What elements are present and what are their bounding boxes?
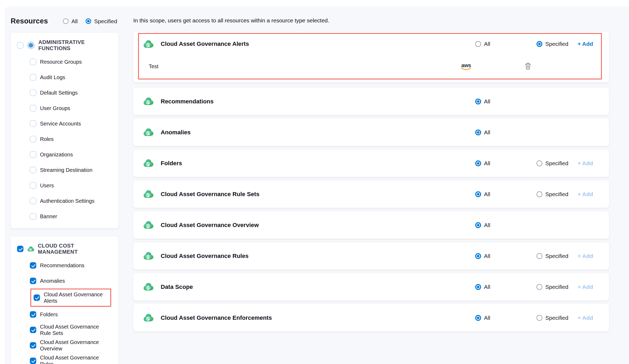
sidebar-item-recommendations[interactable]: Recommendations [30, 258, 112, 273]
sidebar-item-cloud-asset-governance-rule-sets[interactable]: Cloud Asset Governance Rule Sets [30, 322, 112, 338]
radio-specified[interactable]: Specified [537, 160, 578, 167]
item-checkbox[interactable] [30, 182, 36, 189]
item-checkbox[interactable] [30, 151, 36, 158]
resources-scope-panel: Resources All Specified [5, 6, 629, 364]
cloud-dollar-icon: $ [143, 97, 154, 106]
sidebar-item-service-accounts[interactable]: Service Accounts [30, 116, 112, 131]
item-checkbox[interactable] [30, 262, 36, 269]
radio-all[interactable]: All [475, 191, 537, 197]
resource-card-folders: $ Folders All Specified + Add [133, 149, 609, 177]
item-checkbox[interactable] [30, 278, 36, 284]
item-checkbox[interactable] [30, 59, 36, 65]
add-button[interactable]: + Add [578, 315, 597, 321]
sidebar-item-folders[interactable]: Folders [30, 307, 112, 322]
add-button[interactable]: + Add [578, 284, 597, 290]
radio-all[interactable]: All [475, 253, 537, 259]
gear-icon [27, 41, 35, 49]
page-title: Resources [11, 17, 48, 25]
sidebar-item-cloud-asset-governance-rules[interactable]: Cloud Asset Governance Rules [30, 353, 112, 364]
radio-all[interactable]: All [475, 222, 537, 228]
item-checkbox[interactable] [30, 311, 36, 318]
sidebar-item-streaming-destination[interactable]: Streaming Destination [30, 162, 112, 178]
radio-icon [475, 191, 481, 197]
radio-specified[interactable]: Specified [537, 41, 578, 47]
group-card-administrative-functions: ADMINISTRATIVE FUNCTIONS Resource Groups… [11, 33, 119, 228]
radio-icon [475, 315, 481, 321]
resource-card-anomalies: $ Anomalies All [133, 119, 609, 146]
cloud-dollar-icon: $ [143, 189, 154, 199]
resource-card-data-scope: $ Data Scope All Specified + Add [133, 273, 609, 301]
radio-icon [475, 284, 481, 290]
item-checkbox[interactable] [30, 198, 36, 204]
svg-text:$: $ [147, 193, 150, 197]
item-checkbox[interactable] [30, 167, 36, 173]
sidebar-item-audit-logs[interactable]: Audit Logs [30, 70, 112, 85]
svg-text:$: $ [147, 317, 150, 321]
add-button[interactable]: + Add [578, 41, 597, 47]
sidebar-item-default-settings[interactable]: Default Settings [30, 85, 112, 100]
resource-title: Anomalies [161, 129, 191, 136]
resource-title: Cloud Asset Governance Overview [161, 222, 259, 229]
radio-all[interactable]: All [475, 160, 537, 167]
item-checkbox[interactable] [30, 105, 36, 111]
radio-specified[interactable]: Specified [537, 284, 578, 290]
resource-name: Test [143, 63, 475, 70]
item-checkbox[interactable] [30, 90, 36, 96]
sidebar-item-anomalies[interactable]: Anomalies [30, 273, 112, 289]
sidebar-item-banner[interactable]: Banner [30, 209, 112, 224]
resource-title: Cloud Asset Governance Enforcements [161, 314, 272, 321]
sidebar-item-authentication-settings[interactable]: Authentication Settings [30, 193, 112, 209]
svg-text:$: $ [147, 100, 150, 104]
radio-all[interactable]: All [475, 129, 537, 136]
sidebar-item-cloud-asset-governance-alerts[interactable]: Cloud Asset Governance Alerts [30, 289, 112, 307]
group-checkbox-cloud-cost-management[interactable] [17, 246, 23, 252]
delete-resource-button[interactable] [525, 62, 531, 70]
radio-all[interactable]: All [475, 315, 537, 321]
sidebar-item-resource-groups[interactable]: Resource Groups [30, 54, 112, 70]
radio-all[interactable]: All [475, 284, 537, 290]
scope-radio-all[interactable]: All [63, 18, 78, 25]
sidebar-item-organizations[interactable]: Organizations [30, 147, 112, 162]
radio-icon [537, 41, 542, 47]
scope-radio-specified[interactable]: Specified [86, 18, 117, 25]
sidebar-item-roles[interactable]: Roles [30, 131, 112, 147]
sidebar-item-user-groups[interactable]: User Groups [30, 100, 112, 116]
resource-card-cloud-asset-governance-rule-sets: $ Cloud Asset Governance Rule Sets All S… [133, 180, 609, 208]
sidebar-header: Resources All Specified [11, 17, 119, 25]
group-checkbox-administrative-functions[interactable] [17, 42, 23, 48]
radio-icon [86, 18, 91, 24]
item-checkbox[interactable] [30, 74, 36, 80]
resource-types-list: In this scope, users get access to all r… [133, 17, 609, 335]
radio-specified[interactable]: Specified [537, 191, 578, 197]
item-checkbox[interactable] [30, 213, 36, 220]
resource-title: Cloud Asset Governance Rules [161, 253, 249, 260]
sidebar-item-users[interactable]: Users [30, 178, 112, 193]
resource-card-recommendations: $ Recommendations All [133, 88, 609, 115]
resource-card-cloud-asset-governance-enforcements: $ Cloud Asset Governance Enforcements Al… [133, 304, 609, 331]
radio-specified[interactable]: Specified [537, 253, 578, 259]
radio-icon [475, 160, 481, 166]
resource-title: Data Scope [161, 284, 193, 290]
add-button[interactable]: + Add [578, 160, 597, 167]
radio-all[interactable]: All [475, 98, 537, 105]
radio-icon [63, 18, 68, 24]
item-checkbox[interactable] [30, 342, 36, 349]
radio-icon [475, 222, 481, 228]
group-label: ADMINISTRATIVE FUNCTIONS [38, 39, 112, 51]
svg-text:$: $ [147, 286, 150, 290]
resource-title: Cloud Asset Governance Alerts [161, 41, 249, 47]
add-button[interactable]: + Add [578, 191, 597, 197]
item-checkbox[interactable] [30, 358, 36, 364]
cloud-dollar-icon: $ [143, 313, 154, 322]
radio-all[interactable]: All [475, 41, 537, 47]
item-checkbox[interactable] [30, 327, 36, 333]
item-checkbox[interactable] [30, 120, 36, 127]
radio-specified[interactable]: Specified [537, 315, 578, 321]
add-button[interactable]: + Add [578, 253, 597, 259]
radio-icon [537, 253, 542, 259]
resource-card-cloud-asset-governance-overview: $ Cloud Asset Governance Overview All [133, 211, 609, 239]
sidebar-item-cloud-asset-governance-overview[interactable]: Cloud Asset Governance Overview [30, 338, 112, 353]
item-checkbox[interactable] [30, 136, 36, 142]
resource-title: Folders [161, 160, 182, 167]
item-checkbox[interactable] [34, 294, 40, 301]
